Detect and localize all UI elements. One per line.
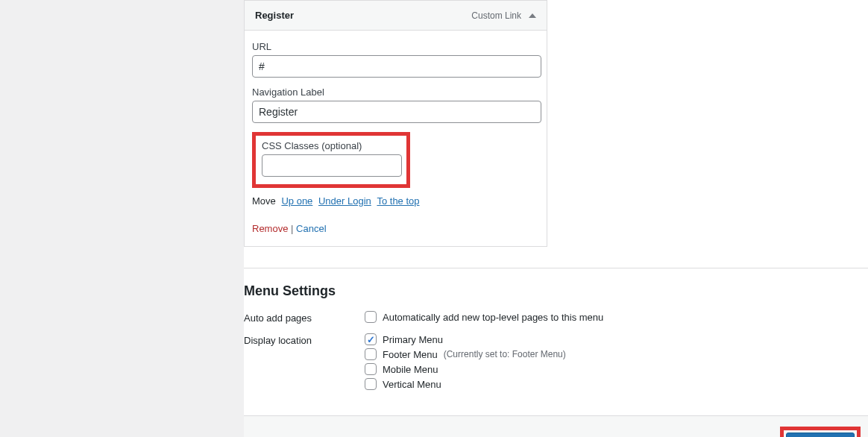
checkbox-icon[interactable] (365, 333, 377, 345)
location-label: Mobile Menu (383, 364, 438, 375)
location-vertical-menu[interactable]: Vertical Menu (365, 378, 868, 390)
divider (244, 268, 868, 268)
css-classes-label: CSS Classes (optional) (262, 140, 400, 151)
menu-item-header[interactable]: Register Custom Link (245, 1, 547, 31)
menu-item-panel: Register Custom Link URL Navigation Labe… (244, 0, 547, 247)
checkbox-icon[interactable] (365, 348, 377, 360)
save-menu-button[interactable]: Save Menu (786, 433, 855, 437)
css-classes-input[interactable] (262, 154, 402, 177)
menu-item-body: URL Navigation Label CSS Classes (option… (245, 31, 547, 246)
remove-link[interactable]: Remove (252, 223, 288, 234)
location-label: Primary Menu (383, 334, 443, 345)
checkbox-icon[interactable] (365, 363, 377, 375)
display-location-label: Display location (244, 333, 365, 346)
move-top-link[interactable]: To the top (377, 195, 419, 207)
location-mobile-menu[interactable]: Mobile Menu (365, 363, 868, 375)
menu-settings-heading: Menu Settings (244, 283, 868, 299)
menu-item-title: Register (255, 10, 294, 21)
location-label: Vertical Menu (383, 379, 441, 390)
checkbox-icon[interactable] (365, 311, 377, 323)
move-up-link[interactable]: Up one (281, 195, 312, 207)
nav-label-label: Navigation Label (252, 87, 539, 98)
auto-add-pages-text: Automatically add new top-level pages to… (383, 312, 603, 323)
caret-up-icon[interactable] (529, 13, 536, 18)
url-label: URL (252, 41, 539, 52)
menu-item-type: Custom Link (471, 10, 521, 21)
checkbox-icon[interactable] (365, 378, 377, 390)
nav-label-input[interactable] (252, 101, 541, 123)
separator: | (291, 223, 296, 234)
move-label: Move (252, 195, 276, 207)
location-footer-menu[interactable]: Footer Menu (Currently set to: Footer Me… (365, 348, 868, 360)
cancel-link[interactable]: Cancel (296, 223, 326, 234)
highlight-css-classes: CSS Classes (optional) (252, 132, 410, 188)
auto-add-pages-checkbox-row[interactable]: Automatically add new top-level pages to… (365, 311, 868, 323)
url-input[interactable] (252, 55, 541, 78)
location-label: Footer Menu (383, 349, 438, 360)
auto-add-pages-label: Auto add pages (244, 311, 365, 324)
footer-bar: Delete Menu Save Menu (244, 415, 868, 437)
move-row: Move Up one Under Login To the top (252, 195, 539, 207)
location-primary-menu[interactable]: Primary Menu (365, 333, 868, 345)
move-under-link[interactable]: Under Login (318, 195, 371, 207)
highlight-save-menu: Save Menu (780, 427, 861, 437)
location-note: (Currently set to: Footer Menu) (444, 349, 566, 359)
